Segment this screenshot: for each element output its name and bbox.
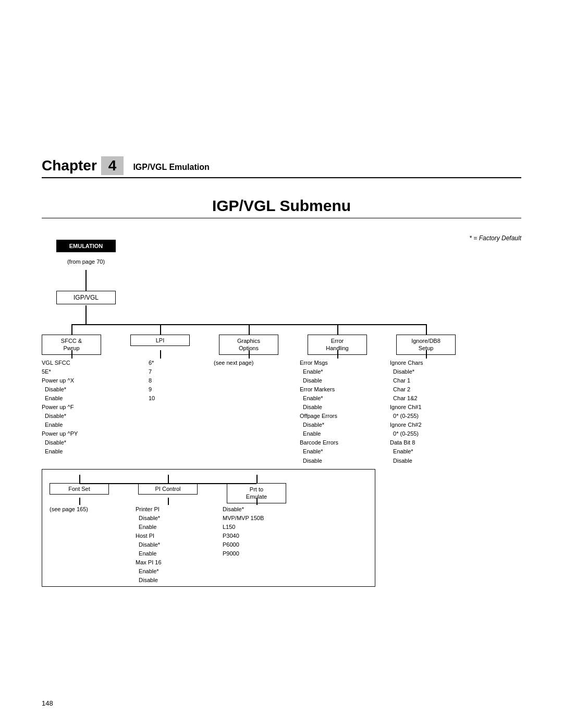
emulation-box: EMULATION xyxy=(56,240,116,252)
row2-container: Font Set PI Control Prt toEmulate (see p… xyxy=(42,469,375,587)
chapter-header: Chapter 4 IGP/VGL Emulation xyxy=(42,156,521,178)
chapter-subtitle: IGP/VGL Emulation xyxy=(133,159,209,172)
vdown-lpi xyxy=(160,350,161,359)
vdrop-ignore xyxy=(426,324,427,335)
vdrop-sfcc xyxy=(71,324,72,335)
content-prt: Disable*MVP/MVP 150BL150P3040P6000P9000 xyxy=(223,505,306,558)
chapter-number: 4 xyxy=(101,156,124,175)
emulation-from: (from page 70) xyxy=(56,258,116,265)
vdown2-prt xyxy=(256,498,258,505)
vdrop-graphics xyxy=(249,324,250,335)
page-number: 148 xyxy=(42,699,53,707)
connector-igp-h xyxy=(85,305,87,324)
diagram-area: EMULATION (from page 70) IGP/VGL SFCC &P… xyxy=(42,240,521,667)
box-lpi: LPI xyxy=(130,335,190,346)
page-title-underline xyxy=(42,218,521,218)
content-lpi: 6*78910 xyxy=(149,359,180,403)
vdown-error xyxy=(337,350,338,359)
vdrop2-prt xyxy=(256,475,258,483)
content-fontset: (see page 165) xyxy=(50,505,117,514)
chapter-underline xyxy=(42,177,521,178)
page-title: IGP/VGL Submenu xyxy=(42,197,521,215)
box-fontset: Font Set xyxy=(50,483,109,495)
vdrop-lpi xyxy=(160,324,161,335)
content-pi: Printer PI Disable* EnableHost PI Disabl… xyxy=(136,505,216,585)
vdrop2-fontset xyxy=(79,475,80,483)
box-pi-control: PI Control xyxy=(138,483,198,495)
vdown-sfcc xyxy=(71,350,72,359)
igpvgl-box: IGP/VGL xyxy=(56,291,116,304)
content-sfcc: VGL SFCC5E*Power up ^X Disable* EnablePo… xyxy=(42,359,125,456)
page-title-section: IGP/VGL Submenu xyxy=(42,197,521,218)
vdown-graphics xyxy=(249,350,250,359)
vdown2-pi xyxy=(168,498,169,505)
vdrop2-pi xyxy=(168,475,169,483)
vdrop-error xyxy=(337,324,338,335)
vdown2-fontset xyxy=(79,498,80,505)
vdown-ignore xyxy=(426,350,427,359)
content-graphics: (see next page) xyxy=(214,359,287,367)
chapter-word: Chapter xyxy=(42,157,97,174)
content-ignore: Ignore Chars Disable* Char 1 Char 2 Char… xyxy=(390,359,479,465)
content-error: Error Msgs Enable* DisableError Markers … xyxy=(300,359,383,465)
connector-emu-igp xyxy=(85,270,87,291)
